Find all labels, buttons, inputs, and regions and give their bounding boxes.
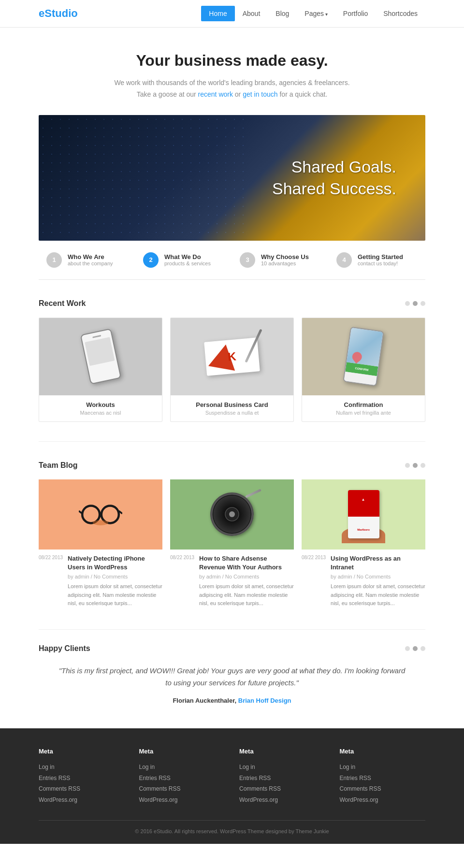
footer-col-4-title: Meta [340, 748, 426, 755]
hero-subtext: We work with thousands of the world's le… [39, 77, 425, 101]
work-card-2[interactable]: K Personal Business Card Suspendisse a n… [170, 318, 294, 422]
step-3-info: Why Choose Us 10 advantages [261, 253, 309, 266]
clients-section: Happy Clients "This is my first project,… [0, 630, 464, 728]
footer-col-1-title: Meta [39, 748, 125, 755]
blog-excerpt-1: Lorem ipsum dolor sit amet, consectetur … [68, 582, 162, 608]
footer-col-1-link-2[interactable]: Entries RSS [39, 773, 125, 784]
testimonial-author: Florian Auckenthaler, Brian Hoff Design [39, 697, 425, 704]
clients-dot-1[interactable] [405, 646, 410, 651]
work-sub-3: Nullam vel fringilla ante [308, 410, 419, 416]
work-img-3: CONFIRM [302, 318, 425, 395]
footer-col-4-link-2[interactable]: Entries RSS [340, 773, 426, 784]
step-1[interactable]: 1 Who We Are about the company [39, 248, 135, 272]
footer-col-4-link-4[interactable]: WordPress.org [340, 795, 426, 806]
banner-text: Shared Goals. Shared Success. [272, 156, 396, 199]
logo: eStudio [39, 7, 78, 20]
banner-dots [39, 115, 251, 241]
footer-col-3-link-4[interactable]: WordPress.org [239, 795, 325, 806]
glasses-icon [79, 502, 122, 526]
logo-prefix: e [39, 7, 44, 19]
footer-col-2-link-1[interactable]: Log in [139, 762, 225, 773]
hero-section: Your business made easy. We work with th… [0, 28, 464, 115]
footer-col-3: Meta Log in Entries RSS Comments RSS Wor… [239, 748, 325, 806]
footer-col-2: Meta Log in Entries RSS Comments RSS Wor… [139, 748, 225, 806]
footer-col-2-link-4[interactable]: WordPress.org [139, 795, 225, 806]
recent-work-link[interactable]: recent work [198, 90, 233, 98]
footer-col-2-link-3[interactable]: Comments RSS [139, 783, 225, 795]
recent-work-header: Recent Work [39, 299, 425, 308]
blog-author-3: by admin / No Comments [331, 574, 425, 579]
logo-suffix: Studio [44, 7, 77, 19]
footer-col-4: Meta Log in Entries RSS Comments RSS Wor… [340, 748, 426, 806]
nav-blog[interactable]: Blog [268, 6, 297, 21]
blog-title-3[interactable]: Using WordPress as an Intranet [331, 554, 425, 572]
work-title-1: Workouts [45, 401, 156, 408]
blog-excerpt-2: Lorem ipsum dolor sit amet, consectetur … [199, 582, 294, 608]
clients-title: Happy Clients [39, 644, 90, 653]
recent-work-title: Recent Work [39, 299, 86, 308]
footer-col-3-link-1[interactable]: Log in [239, 762, 325, 773]
testimonial-quote: "This is my first project, and WOW!!! Gr… [39, 665, 425, 689]
blog-grid: 08/22 2013 Natively Detecting iPhone Use… [39, 479, 425, 610]
marlboro-icon: ▲ Marlboro [348, 490, 379, 538]
hero-banner: Shared Goals. Shared Success. [39, 115, 425, 241]
work-title-2: Personal Business Card [176, 401, 288, 408]
team-blog-header: Team Blog [39, 461, 425, 470]
get-in-touch-link[interactable]: get in touch [243, 90, 277, 98]
step-2[interactable]: 2 What We Do products & services [135, 248, 232, 272]
nav-pages[interactable]: Pages [297, 6, 335, 21]
blog-card-1[interactable]: 08/22 2013 Natively Detecting iPhone Use… [39, 479, 162, 610]
header: eStudio Home About Blog Pages Portfolio … [0, 0, 464, 28]
nav-portfolio[interactable]: Portfolio [335, 6, 376, 21]
blog-title-2[interactable]: How to Share Adsense Revenue With Your A… [199, 554, 294, 572]
blog-title-1[interactable]: Natively Detecting iPhone Users in WordP… [68, 554, 162, 572]
footer-col-2-link-2[interactable]: Entries RSS [139, 773, 225, 784]
blog-dot-3[interactable] [420, 463, 425, 468]
recent-work-section: Recent Work Workouts Maecenas ac nisl [0, 280, 464, 441]
main-nav: Home About Blog Pages Portfolio Shortcod… [201, 6, 425, 21]
footer-col-3-link-2[interactable]: Entries RSS [239, 773, 325, 784]
dot-3[interactable] [420, 301, 425, 306]
step-1-num: 1 [46, 252, 62, 268]
blog-date-3: 08/22 2013 [302, 554, 326, 561]
work-card-3[interactable]: CONFIRM Confirmation Nullam vel fringill… [302, 318, 425, 422]
footer-col-2-title: Meta [139, 748, 225, 755]
step-1-info: Who We Are about the company [68, 253, 113, 266]
clients-dot-3[interactable] [420, 646, 425, 651]
footer-col-4-link-3[interactable]: Comments RSS [340, 783, 426, 795]
work-card-1[interactable]: Workouts Maecenas ac nisl [39, 318, 162, 422]
blog-date-2: 08/22 2013 [170, 554, 194, 561]
dot-2[interactable] [413, 301, 418, 306]
blog-dot-1[interactable] [405, 463, 410, 468]
step-4[interactable]: 4 Getting Started contact us today! [329, 248, 425, 272]
nav-shortcodes[interactable]: Shortcodes [376, 6, 425, 21]
team-blog-dots [405, 463, 425, 468]
nav-about[interactable]: About [235, 6, 268, 21]
work-sub-1: Maecenas ac nisl [45, 410, 156, 416]
author-link[interactable]: Brian Hoff Design [238, 697, 291, 704]
step-2-info: What We Do products & services [164, 253, 211, 266]
clients-dots [405, 646, 425, 651]
nav-home[interactable]: Home [201, 6, 234, 21]
recent-work-grid: Workouts Maecenas ac nisl K Personal Bus… [39, 318, 425, 422]
footer-col-3-link-3[interactable]: Comments RSS [239, 783, 325, 795]
blog-img-3: ▲ Marlboro [302, 479, 425, 550]
footer-grid: Meta Log in Entries RSS Comments RSS Wor… [39, 748, 425, 806]
footer-col-1-link-1[interactable]: Log in [39, 762, 125, 773]
blog-dot-2[interactable] [413, 463, 418, 468]
step-3[interactable]: 3 Why Choose Us 10 advantages [232, 248, 329, 272]
vinyl-icon [210, 492, 254, 536]
work-info-1: Workouts Maecenas ac nisl [39, 395, 162, 421]
dot-1[interactable] [405, 301, 410, 306]
footer-col-4-link-1[interactable]: Log in [340, 762, 426, 773]
footer-col-1-link-3[interactable]: Comments RSS [39, 783, 125, 795]
work-img-1 [39, 318, 162, 395]
footer-col-1-link-4[interactable]: WordPress.org [39, 795, 125, 806]
blog-card-3[interactable]: ▲ Marlboro 08/22 2013 Using WordPress as… [302, 479, 425, 610]
clients-dot-2[interactable] [413, 646, 418, 651]
step-3-num: 3 [240, 252, 255, 268]
blog-card-2[interactable]: 08/22 2013 How to Share Adsense Revenue … [170, 479, 294, 610]
footer: Meta Log in Entries RSS Comments RSS Wor… [0, 728, 464, 844]
work-title-3: Confirmation [308, 401, 419, 408]
work-sub-2: Suspendisse a nulla et [176, 410, 288, 416]
